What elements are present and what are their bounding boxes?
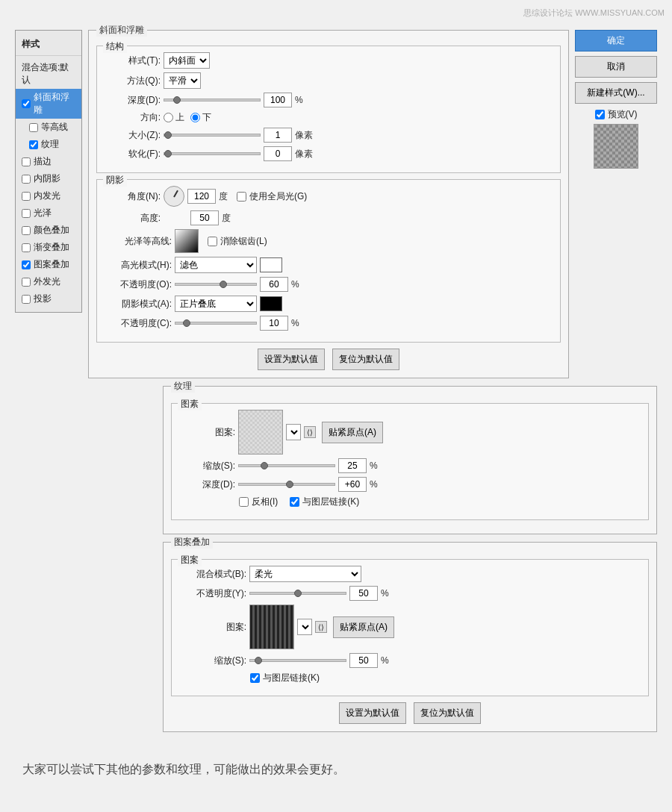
texture-depth-input[interactable] (338, 477, 367, 492)
texture-scale-input[interactable] (338, 458, 367, 473)
pattern-overlay-link-checkbox[interactable] (250, 673, 260, 683)
style-select[interactable]: 内斜面 (164, 52, 210, 69)
outer-glow-checkbox[interactable] (22, 278, 31, 287)
highlight-mode-row: 高光模式(H): 滤色 (105, 257, 553, 273)
sidebar-item-gradient-overlay[interactable]: 渐变叠加 (16, 239, 81, 256)
pattern-overlay-link-icon[interactable]: ⟨⟩ (315, 621, 327, 633)
pattern-overlay-scale-label: 缩放(S): (179, 655, 246, 667)
bevel-emboss-checkbox[interactable] (22, 99, 31, 108)
pattern-overlay-reset-default-button[interactable]: 复位为默认值 (414, 702, 481, 724)
soften-input[interactable] (264, 146, 292, 161)
texture-depth-slider[interactable] (238, 483, 335, 486)
shadow-opacity-input[interactable] (260, 316, 288, 331)
sidebar-item-stroke[interactable]: 描边 (16, 153, 81, 170)
sidebar-gradient-overlay-label: 渐变叠加 (34, 241, 69, 254)
sidebar-item-color-overlay[interactable]: 颜色叠加 (16, 222, 81, 239)
texture-scale-row: 缩放(S): % (179, 458, 641, 473)
texture-snap-button[interactable]: 贴紧原点(A) (322, 422, 383, 443)
color-overlay-checkbox[interactable] (22, 226, 31, 235)
soften-row: 软化(F): 像素 (105, 146, 553, 161)
pattern-overlay-opacity-slider[interactable] (249, 592, 346, 595)
contour-checkbox[interactable] (29, 123, 38, 132)
size-input[interactable] (264, 128, 292, 143)
angle-unit: 度 (219, 190, 228, 203)
inner-glow-checkbox[interactable] (22, 192, 31, 201)
texture-checkbox[interactable] (29, 140, 38, 149)
sidebar-item-satin[interactable]: 光泽 (16, 204, 81, 222)
altitude-unit: 度 (222, 212, 231, 225)
depth-input[interactable] (264, 93, 292, 107)
set-default-button[interactable]: 设置为默认值 (258, 349, 325, 370)
sidebar-item-outer-glow[interactable]: 外发光 (16, 273, 81, 290)
reset-default-button[interactable]: 复位为默认值 (332, 349, 399, 370)
global-light-row: 使用全局光(G) (237, 190, 307, 203)
depth-label: 深度(D): (105, 94, 161, 107)
direction-down-radio[interactable] (190, 113, 200, 122)
shadow-color-swatch[interactable] (260, 296, 282, 311)
texture-pattern-select[interactable] (286, 424, 301, 440)
sidebar-item-contour[interactable]: 等高线 (16, 119, 81, 136)
sidebar-stroke-label: 描边 (34, 155, 52, 168)
pattern-overlay-snap-button[interactable]: 贴紧原点(A) (333, 616, 394, 638)
direction-down[interactable]: 下 (190, 111, 211, 124)
altitude-input[interactable] (190, 210, 219, 225)
pattern-overlay-opacity-input[interactable] (349, 586, 378, 601)
texture-invert-label: 反相(I) (252, 496, 278, 508)
texture-scale-slider[interactable] (238, 464, 335, 467)
pattern-overlay-scale-input[interactable] (349, 653, 378, 668)
global-light-checkbox[interactable] (237, 192, 246, 202)
new-style-button[interactable]: 新建样式(W)... (575, 82, 657, 104)
bevel-panel-box: 斜面和浮雕 结构 样式(T): 内斜面 方法(Q) (88, 30, 569, 378)
stroke-checkbox[interactable] (22, 157, 31, 166)
sidebar-satin-label: 光泽 (34, 207, 52, 219)
direction-up[interactable]: 上 (164, 111, 184, 124)
highlight-mode-select[interactable]: 滤色 (175, 257, 257, 273)
pattern-overlay-blend-select[interactable]: 柔光 (249, 566, 361, 582)
sidebar-item-bevel-emboss[interactable]: 斜面和浮雕 (16, 89, 81, 119)
preview-checkbox[interactable] (595, 110, 605, 119)
highlight-opacity-input[interactable] (260, 277, 288, 292)
texture-depth-label: 深度(D): (179, 478, 235, 491)
inner-shadow-checkbox[interactable] (22, 175, 31, 184)
highlight-color-swatch[interactable] (260, 257, 282, 272)
pattern-overlay-checkbox[interactable] (22, 260, 31, 269)
texture-elements-title: 图素 (178, 398, 202, 410)
depth-slider[interactable] (164, 99, 261, 102)
pattern-overlay-opacity-row: 不透明度(Y): % (179, 586, 641, 601)
drop-shadow-checkbox[interactable] (22, 295, 31, 304)
method-select[interactable]: 平滑 (164, 72, 201, 89)
shadow-opacity-slider[interactable] (175, 322, 257, 325)
sidebar-outer-glow-label: 外发光 (34, 275, 60, 288)
angle-input[interactable] (187, 189, 216, 204)
sidebar-item-texture[interactable]: 纹理 (16, 136, 81, 153)
ok-button[interactable]: 确定 (575, 30, 657, 51)
gradient-overlay-checkbox[interactable] (22, 243, 31, 252)
texture-invert-checkbox[interactable] (239, 497, 249, 507)
highlight-opacity-slider[interactable] (175, 283, 257, 286)
pattern-overlay-link-layer-container: 与图层链接(K) (250, 672, 320, 684)
gloss-contour-preview[interactable] (175, 229, 199, 253)
satin-checkbox[interactable] (22, 209, 31, 218)
sidebar-item-inner-shadow[interactable]: 内阴影 (16, 170, 81, 187)
cancel-button[interactable]: 取消 (575, 56, 657, 78)
texture-link-layer-checkbox[interactable] (290, 497, 299, 507)
direction-up-radio[interactable] (164, 113, 173, 122)
pattern-overlay-set-default-button[interactable]: 设置为默认值 (339, 702, 406, 724)
shadow-opacity-row: 不透明度(C): % (105, 316, 553, 331)
sidebar-item-blend-options[interactable]: 混合选项:默认 (16, 59, 81, 89)
size-slider[interactable] (164, 134, 261, 137)
remove-alias-checkbox[interactable] (208, 237, 217, 246)
sidebar-title: 样式 (16, 35, 81, 56)
sidebar-item-drop-shadow[interactable]: 投影 (16, 290, 81, 307)
pattern-overlay-scale-slider[interactable] (249, 659, 346, 662)
sidebar-item-inner-glow[interactable]: 内发光 (16, 187, 81, 204)
soften-slider[interactable] (164, 152, 261, 155)
pattern-overlay-bottom-buttons: 设置为默认值 复位为默认值 (171, 702, 649, 724)
pattern-overlay-pattern-select[interactable] (297, 619, 312, 635)
angle-dial[interactable] (164, 186, 184, 207)
texture-link-icon[interactable]: ⟨⟩ (304, 426, 316, 438)
sidebar-drop-shadow-label: 投影 (34, 293, 52, 305)
shadow-mode-select[interactable]: 正片叠底 (175, 296, 257, 312)
sidebar-item-pattern-overlay[interactable]: 图案叠加 (16, 256, 81, 273)
pattern-overlay-link-checkbox-row: 与图层链接(K) (250, 672, 320, 684)
